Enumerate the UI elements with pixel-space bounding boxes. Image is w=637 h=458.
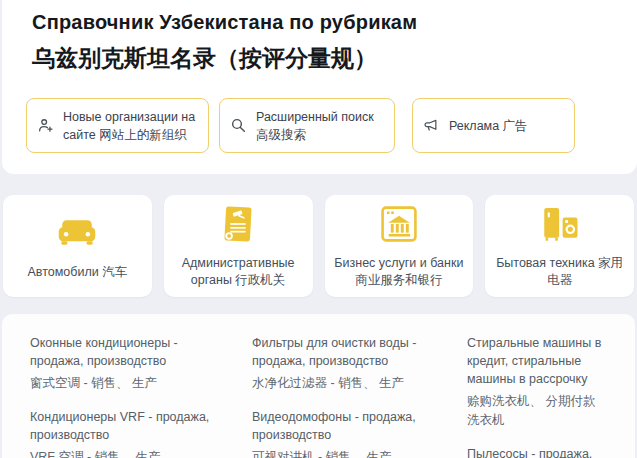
new-organizations-label: Новые организации на сайте 网站上的新组织 bbox=[63, 108, 198, 144]
category-card-appliances[interactable]: Бытовая техника 家用电器 bbox=[485, 195, 634, 297]
rubrics-panel: Оконные кондиционеры - продажа, производ… bbox=[2, 314, 635, 458]
category-card-label: Административные органы 行政机关 bbox=[172, 255, 305, 289]
rubric-link-ru[interactable]: Видеодомофоны - продажа, производство bbox=[252, 408, 439, 444]
rubric-link-zh[interactable]: VRF 空调 - 销售、 生产 bbox=[30, 448, 224, 458]
rubrics-grid: Оконные кондиционеры - продажа, производ… bbox=[30, 334, 607, 458]
new-organizations-icon bbox=[37, 117, 54, 134]
category-card-label: Бытовая техника 家用电器 bbox=[493, 255, 626, 289]
rubric-link-ru[interactable]: Кондиционеры VRF - продажа, производство bbox=[30, 408, 224, 444]
rubric-link-ru[interactable]: Пылесосы - продажа, производство bbox=[467, 445, 607, 458]
category-card-label: Бизнес услуги и банки 商业服务和银行 bbox=[333, 255, 466, 289]
category-card-business-banks[interactable]: Бизнес услуги и банки 商业服务和银行 bbox=[325, 195, 474, 297]
category-cards-row: Автомобили 汽车 Административные органы 行政… bbox=[3, 195, 634, 297]
rubric-link-zh[interactable]: 可视对讲机 - 销售、 生产 bbox=[252, 448, 439, 458]
rubric-link-ru[interactable]: Фильтры для очистки воды - продажа, прои… bbox=[252, 334, 439, 370]
administrative-document-icon bbox=[221, 203, 255, 245]
rubrics-column-3: Стиральные машины в кредит, стиральные м… bbox=[467, 334, 607, 458]
rubric-link-zh[interactable]: 窗式空调 - 销售、 生产 bbox=[30, 374, 224, 393]
rubrics-column-1: Оконные кондиционеры - продажа, производ… bbox=[30, 334, 224, 458]
advertising-button[interactable]: Реклама 广告 bbox=[412, 98, 575, 153]
rubric-item: Видеодомофоны - продажа, производство 可视… bbox=[252, 408, 439, 458]
header-panel: Справочник Узбекистана по рубрикам 乌兹别克斯… bbox=[2, 0, 637, 174]
appliances-icon bbox=[539, 203, 581, 245]
rubric-item: Кондиционеры VRF - продажа, производство… bbox=[30, 408, 224, 458]
bank-window-icon bbox=[380, 203, 418, 245]
rubric-item: Стиральные машины в кредит, стиральные м… bbox=[467, 334, 607, 430]
search-icon bbox=[230, 117, 247, 134]
rubric-item: Фильтры для очистки воды - продажа, прои… bbox=[252, 334, 439, 393]
advertising-label: Реклама 广告 bbox=[449, 117, 528, 135]
rubric-link-zh[interactable]: 水净化过滤器 - 销售、 生产 bbox=[252, 374, 439, 393]
category-card-automobiles[interactable]: Автомобили 汽车 bbox=[3, 195, 152, 297]
rubrics-column-2: Фильтры для очистки воды - продажа, прои… bbox=[252, 334, 439, 458]
megaphone-icon bbox=[423, 117, 440, 134]
category-card-administrative[interactable]: Административные органы 行政机关 bbox=[164, 195, 313, 297]
page-title-ru: Справочник Узбекистана по рубрикам bbox=[32, 9, 613, 36]
rubric-link-ru[interactable]: Стиральные машины в кредит, стиральные м… bbox=[467, 334, 607, 388]
rubric-link-zh[interactable]: 赊购洗衣机、 分期付款洗衣机 bbox=[467, 392, 607, 430]
page-title-zh: 乌兹别克斯坦名录（按评分量规） bbox=[32, 43, 613, 73]
rubric-link-ru[interactable]: Оконные кондиционеры - продажа, производ… bbox=[30, 334, 224, 370]
advanced-search-label: Расширенный поиск 高级搜索 bbox=[256, 108, 384, 144]
quick-links-row: Новые организации на сайте 网站上的新组织 Расши… bbox=[26, 98, 613, 153]
rubric-item: Оконные кондиционеры - продажа, производ… bbox=[30, 334, 224, 393]
new-organizations-button[interactable]: Новые организации на сайте 网站上的新组织 bbox=[26, 98, 209, 153]
rubric-item: Пылесосы - продажа, производство 真空吸尘器 -… bbox=[467, 445, 607, 458]
category-card-label: Автомобили 汽车 bbox=[28, 264, 128, 281]
car-icon bbox=[57, 212, 97, 254]
advanced-search-button[interactable]: Расширенный поиск 高级搜索 bbox=[219, 98, 395, 153]
